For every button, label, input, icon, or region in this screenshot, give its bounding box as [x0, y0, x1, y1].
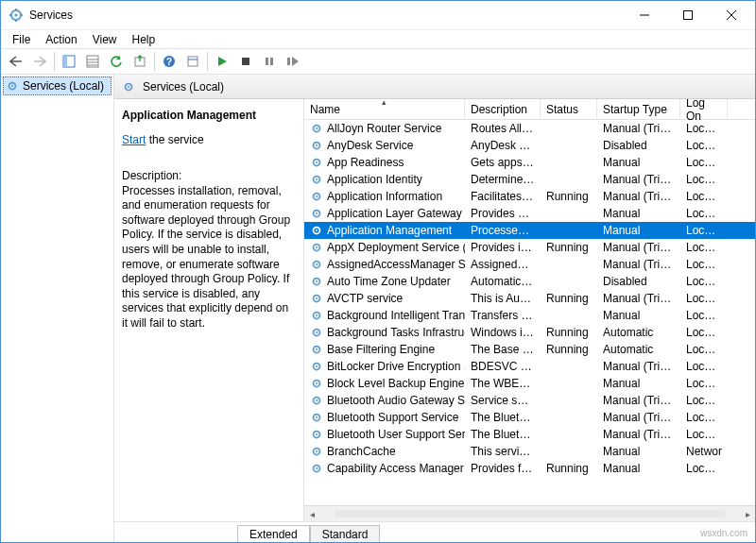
- detail-selected-name: Application Management: [122, 109, 296, 122]
- gear-icon: [6, 79, 19, 93]
- service-row[interactable]: Background Tasks Infrastruc...Windows in…: [304, 324, 755, 341]
- service-logon: Local Sy: [680, 377, 728, 390]
- service-row[interactable]: Capability Access Manager ...Provides fa…: [304, 460, 755, 477]
- service-name: Base Filtering Engine: [327, 343, 435, 356]
- service-logon: Local Se: [680, 343, 728, 356]
- service-description: This service...: [465, 445, 541, 458]
- service-row[interactable]: AVCTP serviceThis is Audi...RunningManua…: [304, 290, 755, 307]
- service-description: The Bluetoo...: [465, 428, 541, 441]
- svg-point-38: [316, 195, 318, 197]
- service-row[interactable]: Background Intelligent Tran...Transfers …: [304, 307, 755, 324]
- service-row[interactable]: AnyDesk ServiceAnyDesk su...DisabledLoca…: [304, 137, 755, 154]
- export-button[interactable]: [129, 50, 151, 73]
- tab-standard[interactable]: Standard: [310, 525, 381, 542]
- service-row[interactable]: Bluetooth User Support Ser...The Bluetoo…: [304, 426, 755, 443]
- restart-service-button[interactable]: [282, 50, 304, 73]
- service-row[interactable]: AllJoyn Router ServiceRoutes AllJo...Man…: [304, 120, 755, 137]
- service-name: App Readiness: [327, 156, 404, 169]
- window-title: Services: [29, 8, 623, 22]
- svg-point-56: [316, 348, 318, 350]
- service-startup: Manual: [597, 462, 680, 475]
- col-logon[interactable]: Log On: [680, 99, 728, 119]
- tree-root-label: Services (Local): [23, 79, 104, 93]
- col-status[interactable]: Status: [541, 99, 597, 119]
- service-row[interactable]: App ReadinessGets apps re...ManualLocal …: [304, 154, 755, 171]
- svg-point-70: [316, 467, 318, 469]
- menu-file[interactable]: File: [5, 31, 38, 48]
- titlebar[interactable]: Services: [1, 1, 755, 29]
- help-button[interactable]: ?: [158, 50, 180, 73]
- service-row[interactable]: BitLocker Drive Encryption ...BDESVC hos…: [304, 358, 755, 375]
- tree-pane: Services (Local): [1, 75, 114, 542]
- service-name: AVCTP service: [327, 292, 403, 305]
- tab-extended[interactable]: Extended: [237, 525, 310, 542]
- stop-service-button[interactable]: [234, 50, 257, 73]
- service-name: AllJoyn Router Service: [327, 122, 441, 135]
- service-name: AssignedAccessManager Se...: [327, 258, 465, 271]
- menu-help[interactable]: Help: [125, 31, 163, 48]
- service-row[interactable]: Application ManagementProcesses in...Man…: [304, 222, 755, 239]
- detail-pane-button[interactable]: [81, 50, 104, 73]
- service-gear-icon: [310, 224, 323, 237]
- pause-service-button[interactable]: [258, 50, 281, 73]
- service-row[interactable]: AppX Deployment Service (...Provides inf…: [304, 239, 755, 256]
- service-gear-icon: [310, 173, 323, 186]
- description-label: Description:: [122, 169, 296, 184]
- close-button[interactable]: [710, 1, 753, 29]
- service-row[interactable]: Bluetooth Audio Gateway S...Service sup.…: [304, 392, 755, 409]
- col-name[interactable]: ▴Name: [304, 99, 465, 119]
- list-header: ▴Name Description Status Startup Type Lo…: [304, 99, 755, 120]
- svg-point-36: [316, 178, 318, 180]
- service-name: Bluetooth Support Service: [327, 411, 458, 424]
- service-list[interactable]: AllJoyn Router ServiceRoutes AllJo...Man…: [304, 120, 755, 505]
- service-row[interactable]: Base Filtering EngineThe Base Fil...Runn…: [304, 341, 755, 358]
- service-row[interactable]: BranchCacheThis service...ManualNetwor: [304, 443, 755, 460]
- start-service-row: Start the service: [122, 133, 296, 146]
- start-service-button[interactable]: [211, 50, 233, 73]
- svg-point-66: [316, 433, 318, 435]
- service-row[interactable]: Application Layer Gateway ...Provides su…: [304, 205, 755, 222]
- col-startup[interactable]: Startup Type: [597, 99, 680, 119]
- service-row[interactable]: Bluetooth Support ServiceThe Bluetoo...M…: [304, 409, 755, 426]
- service-description: Windows in...: [465, 326, 541, 339]
- service-row[interactable]: Application InformationFacilitates t...R…: [304, 188, 755, 205]
- svg-point-40: [316, 212, 318, 214]
- service-logon: Local Sy: [680, 428, 728, 441]
- horizontal-scrollbar[interactable]: ◂ ▸: [304, 505, 755, 521]
- scroll-left-icon[interactable]: ◂: [304, 509, 319, 519]
- svg-rect-22: [266, 58, 268, 65]
- service-name: Block Level Backup Engine ...: [327, 377, 465, 390]
- minimize-button[interactable]: [623, 1, 666, 29]
- service-name: Application Layer Gateway ...: [327, 207, 465, 220]
- menu-view[interactable]: View: [85, 31, 125, 48]
- forward-button[interactable]: [28, 50, 51, 73]
- show-hide-tree-button[interactable]: [58, 50, 80, 73]
- service-logon: Local Se: [680, 275, 728, 288]
- service-row[interactable]: Block Level Backup Engine ...The WBENG..…: [304, 375, 755, 392]
- service-row[interactable]: Application IdentityDetermines ...Manual…: [304, 171, 755, 188]
- toolbar: ?: [1, 48, 755, 75]
- menu-action[interactable]: Action: [38, 31, 84, 48]
- sort-asc-icon: ▴: [382, 99, 387, 107]
- properties-button[interactable]: [181, 50, 204, 73]
- scroll-right-icon[interactable]: ▸: [740, 509, 755, 519]
- start-service-link[interactable]: Start: [122, 133, 146, 146]
- service-startup: Manual (Trig...: [597, 292, 680, 305]
- service-status: Running: [541, 462, 597, 475]
- service-logon: Local Sy: [680, 224, 728, 237]
- col-description[interactable]: Description: [465, 99, 541, 119]
- back-button[interactable]: [5, 50, 27, 73]
- service-name: Application Identity: [327, 173, 422, 186]
- maximize-button[interactable]: [666, 1, 710, 29]
- service-logon: Local Se: [680, 411, 728, 424]
- service-gear-icon: [310, 275, 323, 288]
- service-description: BDESVC hos...: [465, 360, 541, 373]
- svg-point-42: [316, 229, 318, 231]
- tree-root-services-local[interactable]: Services (Local): [3, 76, 112, 95]
- service-logon: Local Sy: [680, 139, 728, 152]
- service-row[interactable]: Auto Time Zone UpdaterAutomatica...Disab…: [304, 273, 755, 290]
- service-row[interactable]: AssignedAccessManager Se...AssignedAc...…: [304, 256, 755, 273]
- service-startup: Manual (Trig...: [597, 173, 680, 186]
- refresh-button[interactable]: [105, 50, 128, 73]
- service-logon: Local Sy: [680, 326, 728, 339]
